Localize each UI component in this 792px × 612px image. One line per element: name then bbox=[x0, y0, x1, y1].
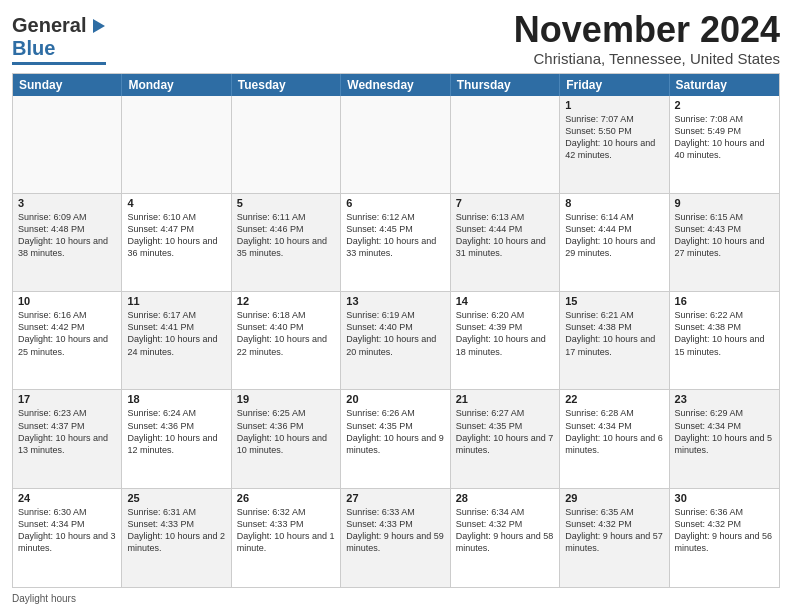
day-info: Sunrise: 6:12 AM Sunset: 4:45 PM Dayligh… bbox=[346, 211, 444, 260]
day-number: 17 bbox=[18, 393, 116, 405]
day-number: 29 bbox=[565, 492, 663, 504]
day-number: 2 bbox=[675, 99, 774, 111]
day-cell: 10Sunrise: 6:16 AM Sunset: 4:42 PM Dayli… bbox=[13, 292, 122, 389]
day-info: Sunrise: 6:10 AM Sunset: 4:47 PM Dayligh… bbox=[127, 211, 225, 260]
day-cell: 12Sunrise: 6:18 AM Sunset: 4:40 PM Dayli… bbox=[232, 292, 341, 389]
day-cell: 21Sunrise: 6:27 AM Sunset: 4:35 PM Dayli… bbox=[451, 390, 560, 487]
day-number: 26 bbox=[237, 492, 335, 504]
page-container: General Blue November 2024 Christiana, T… bbox=[0, 0, 792, 612]
logo-underline bbox=[12, 62, 106, 65]
day-number: 3 bbox=[18, 197, 116, 209]
week-row-1: 1Sunrise: 7:07 AM Sunset: 5:50 PM Daylig… bbox=[13, 96, 779, 194]
day-cell: 18Sunrise: 6:24 AM Sunset: 4:36 PM Dayli… bbox=[122, 390, 231, 487]
day-info: Sunrise: 6:11 AM Sunset: 4:46 PM Dayligh… bbox=[237, 211, 335, 260]
day-headers-row: SundayMondayTuesdayWednesdayThursdayFrid… bbox=[13, 74, 779, 96]
day-info: Sunrise: 6:23 AM Sunset: 4:37 PM Dayligh… bbox=[18, 407, 116, 456]
day-info: Sunrise: 6:30 AM Sunset: 4:34 PM Dayligh… bbox=[18, 506, 116, 555]
day-info: Sunrise: 6:29 AM Sunset: 4:34 PM Dayligh… bbox=[675, 407, 774, 456]
day-info: Sunrise: 6:31 AM Sunset: 4:33 PM Dayligh… bbox=[127, 506, 225, 555]
day-header-wednesday: Wednesday bbox=[341, 74, 450, 96]
day-number: 9 bbox=[675, 197, 774, 209]
day-info: Sunrise: 6:20 AM Sunset: 4:39 PM Dayligh… bbox=[456, 309, 554, 358]
day-info: Sunrise: 6:28 AM Sunset: 4:34 PM Dayligh… bbox=[565, 407, 663, 456]
day-cell: 30Sunrise: 6:36 AM Sunset: 4:32 PM Dayli… bbox=[670, 489, 779, 587]
day-cell bbox=[341, 96, 450, 193]
day-header-monday: Monday bbox=[122, 74, 231, 96]
day-number: 30 bbox=[675, 492, 774, 504]
calendar-body: 1Sunrise: 7:07 AM Sunset: 5:50 PM Daylig… bbox=[13, 96, 779, 587]
day-number: 18 bbox=[127, 393, 225, 405]
day-number: 28 bbox=[456, 492, 554, 504]
day-info: Sunrise: 6:14 AM Sunset: 4:44 PM Dayligh… bbox=[565, 211, 663, 260]
day-header-sunday: Sunday bbox=[13, 74, 122, 96]
week-row-3: 10Sunrise: 6:16 AM Sunset: 4:42 PM Dayli… bbox=[13, 292, 779, 390]
day-cell: 26Sunrise: 6:32 AM Sunset: 4:33 PM Dayli… bbox=[232, 489, 341, 587]
day-info: Sunrise: 6:26 AM Sunset: 4:35 PM Dayligh… bbox=[346, 407, 444, 456]
week-row-4: 17Sunrise: 6:23 AM Sunset: 4:37 PM Dayli… bbox=[13, 390, 779, 488]
day-cell: 13Sunrise: 6:19 AM Sunset: 4:40 PM Dayli… bbox=[341, 292, 450, 389]
day-info: Sunrise: 6:15 AM Sunset: 4:43 PM Dayligh… bbox=[675, 211, 774, 260]
day-cell bbox=[451, 96, 560, 193]
day-number: 21 bbox=[456, 393, 554, 405]
day-info: Sunrise: 6:19 AM Sunset: 4:40 PM Dayligh… bbox=[346, 309, 444, 358]
footer: Daylight hours bbox=[12, 593, 780, 604]
day-cell: 7Sunrise: 6:13 AM Sunset: 4:44 PM Daylig… bbox=[451, 194, 560, 291]
day-cell: 16Sunrise: 6:22 AM Sunset: 4:38 PM Dayli… bbox=[670, 292, 779, 389]
day-cell: 24Sunrise: 6:30 AM Sunset: 4:34 PM Dayli… bbox=[13, 489, 122, 587]
logo-triangle-icon bbox=[88, 17, 106, 35]
day-number: 7 bbox=[456, 197, 554, 209]
week-row-2: 3Sunrise: 6:09 AM Sunset: 4:48 PM Daylig… bbox=[13, 194, 779, 292]
day-number: 16 bbox=[675, 295, 774, 307]
header: General Blue November 2024 Christiana, T… bbox=[12, 10, 780, 67]
logo-blue: Blue bbox=[12, 37, 55, 60]
day-cell: 20Sunrise: 6:26 AM Sunset: 4:35 PM Dayli… bbox=[341, 390, 450, 487]
calendar: SundayMondayTuesdayWednesdayThursdayFrid… bbox=[12, 73, 780, 588]
day-cell: 23Sunrise: 6:29 AM Sunset: 4:34 PM Dayli… bbox=[670, 390, 779, 487]
day-info: Sunrise: 6:32 AM Sunset: 4:33 PM Dayligh… bbox=[237, 506, 335, 555]
day-number: 4 bbox=[127, 197, 225, 209]
day-number: 15 bbox=[565, 295, 663, 307]
day-info: Sunrise: 6:25 AM Sunset: 4:36 PM Dayligh… bbox=[237, 407, 335, 456]
day-number: 11 bbox=[127, 295, 225, 307]
month-title: November 2024 bbox=[514, 10, 780, 50]
day-info: Sunrise: 6:36 AM Sunset: 4:32 PM Dayligh… bbox=[675, 506, 774, 555]
day-info: Sunrise: 6:16 AM Sunset: 4:42 PM Dayligh… bbox=[18, 309, 116, 358]
day-header-thursday: Thursday bbox=[451, 74, 560, 96]
logo-general: General bbox=[12, 14, 86, 37]
day-number: 27 bbox=[346, 492, 444, 504]
day-number: 19 bbox=[237, 393, 335, 405]
day-info: Sunrise: 6:22 AM Sunset: 4:38 PM Dayligh… bbox=[675, 309, 774, 358]
day-cell: 27Sunrise: 6:33 AM Sunset: 4:33 PM Dayli… bbox=[341, 489, 450, 587]
day-info: Sunrise: 7:07 AM Sunset: 5:50 PM Dayligh… bbox=[565, 113, 663, 162]
day-cell: 15Sunrise: 6:21 AM Sunset: 4:38 PM Dayli… bbox=[560, 292, 669, 389]
day-number: 8 bbox=[565, 197, 663, 209]
day-info: Sunrise: 6:09 AM Sunset: 4:48 PM Dayligh… bbox=[18, 211, 116, 260]
day-cell: 8Sunrise: 6:14 AM Sunset: 4:44 PM Daylig… bbox=[560, 194, 669, 291]
day-cell: 6Sunrise: 6:12 AM Sunset: 4:45 PM Daylig… bbox=[341, 194, 450, 291]
day-header-tuesday: Tuesday bbox=[232, 74, 341, 96]
day-cell: 5Sunrise: 6:11 AM Sunset: 4:46 PM Daylig… bbox=[232, 194, 341, 291]
location-subtitle: Christiana, Tennessee, United States bbox=[514, 50, 780, 67]
day-cell: 9Sunrise: 6:15 AM Sunset: 4:43 PM Daylig… bbox=[670, 194, 779, 291]
day-cell bbox=[13, 96, 122, 193]
day-info: Sunrise: 6:24 AM Sunset: 4:36 PM Dayligh… bbox=[127, 407, 225, 456]
day-cell bbox=[122, 96, 231, 193]
day-number: 25 bbox=[127, 492, 225, 504]
day-header-friday: Friday bbox=[560, 74, 669, 96]
day-number: 23 bbox=[675, 393, 774, 405]
day-cell: 29Sunrise: 6:35 AM Sunset: 4:32 PM Dayli… bbox=[560, 489, 669, 587]
day-number: 20 bbox=[346, 393, 444, 405]
day-cell: 2Sunrise: 7:08 AM Sunset: 5:49 PM Daylig… bbox=[670, 96, 779, 193]
day-info: Sunrise: 6:18 AM Sunset: 4:40 PM Dayligh… bbox=[237, 309, 335, 358]
day-number: 5 bbox=[237, 197, 335, 209]
day-info: Sunrise: 6:33 AM Sunset: 4:33 PM Dayligh… bbox=[346, 506, 444, 555]
day-info: Sunrise: 6:21 AM Sunset: 4:38 PM Dayligh… bbox=[565, 309, 663, 358]
day-cell: 25Sunrise: 6:31 AM Sunset: 4:33 PM Dayli… bbox=[122, 489, 231, 587]
week-row-5: 24Sunrise: 6:30 AM Sunset: 4:34 PM Dayli… bbox=[13, 489, 779, 587]
day-cell: 17Sunrise: 6:23 AM Sunset: 4:37 PM Dayli… bbox=[13, 390, 122, 487]
day-cell: 11Sunrise: 6:17 AM Sunset: 4:41 PM Dayli… bbox=[122, 292, 231, 389]
day-cell: 22Sunrise: 6:28 AM Sunset: 4:34 PM Dayli… bbox=[560, 390, 669, 487]
day-info: Sunrise: 6:35 AM Sunset: 4:32 PM Dayligh… bbox=[565, 506, 663, 555]
day-number: 12 bbox=[237, 295, 335, 307]
day-number: 24 bbox=[18, 492, 116, 504]
